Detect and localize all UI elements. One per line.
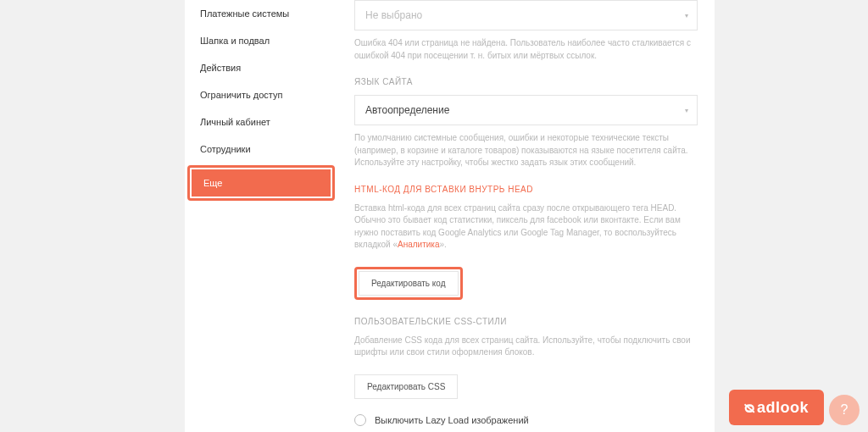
select-language[interactable]: Автоопределение ▾ xyxy=(354,95,698,125)
analytics-link[interactable]: Аналитика xyxy=(398,240,440,249)
chevron-down-icon: ▾ xyxy=(685,107,688,114)
edit-css-button[interactable]: Редактировать CSS xyxy=(354,374,458,399)
sidebar-item-label: Ограничить доступ xyxy=(200,90,282,100)
sidebar-item-account[interactable]: Личный кабинет xyxy=(185,108,337,136)
chevron-down-icon: ▾ xyxy=(685,12,688,19)
sidebar-item-label: Шапка и подвал xyxy=(200,36,270,46)
section-label-language: ЯЗЫК САЙТА xyxy=(354,77,698,86)
question-icon: ? xyxy=(841,402,849,418)
sidebar-item-label: Еще xyxy=(192,169,331,197)
sidebar-item-more[interactable]: Еще xyxy=(185,163,337,203)
select-404-page[interactable]: Не выбрано ▾ xyxy=(354,0,698,30)
sidebar-item-label: Сотрудники xyxy=(200,144,251,154)
adlook-badge[interactable]: ᴓadlook xyxy=(729,390,824,425)
sidebar-item-label: Личный кабинет xyxy=(200,117,270,127)
toggle-lazyload[interactable]: Выключить Lazy Load изображений xyxy=(354,414,698,426)
sidebar: Платежные системы Шапка и подвал Действи… xyxy=(185,0,337,432)
edit-code-button[interactable]: Редактировать код xyxy=(359,271,459,296)
help-404: Ошибка 404 или страница не найдена. Поль… xyxy=(354,37,698,62)
settings-panel: Платежные системы Шапка и подвал Действи… xyxy=(185,0,715,432)
sidebar-item-actions[interactable]: Действия xyxy=(185,54,337,81)
sidebar-item-payments[interactable]: Платежные системы xyxy=(185,0,337,27)
adlook-text: adlook xyxy=(757,399,809,417)
radio-label: Выключить Lazy Load изображений xyxy=(375,415,529,425)
help-fab[interactable]: ? xyxy=(829,395,860,425)
adlook-logo-icon: ᴓ xyxy=(744,398,754,417)
main-content: Не выбрано ▾ Ошибка 404 или страница не … xyxy=(337,0,715,432)
select-value: Автоопределение xyxy=(365,104,449,116)
sidebar-item-restrict[interactable]: Ограничить доступ xyxy=(185,81,337,108)
sidebar-item-label: Действия xyxy=(200,63,241,73)
section-label-head: HTML-КОД ДЛЯ ВСТАВКИ ВНУТРЬ HEAD xyxy=(354,185,698,194)
radio-icon xyxy=(354,414,366,426)
help-head: Вставка html-кода для всех страниц сайта… xyxy=(354,202,698,252)
edit-code-highlight: Редактировать код xyxy=(354,267,463,300)
sidebar-item-label: Платежные системы xyxy=(200,8,289,19)
sidebar-item-header-footer[interactable]: Шапка и подвал xyxy=(185,27,337,54)
help-css: Добавление CSS кода для всех страниц сай… xyxy=(354,335,698,359)
sidebar-item-employees[interactable]: Сотрудники xyxy=(185,136,337,163)
select-value: Не выбрано xyxy=(365,9,422,21)
section-label-css: ПОЛЬЗОВАТЕЛЬСКИЕ CSS-СТИЛИ xyxy=(354,317,698,326)
help-language: По умолчанию системные сообщения, ошибки… xyxy=(354,132,698,169)
